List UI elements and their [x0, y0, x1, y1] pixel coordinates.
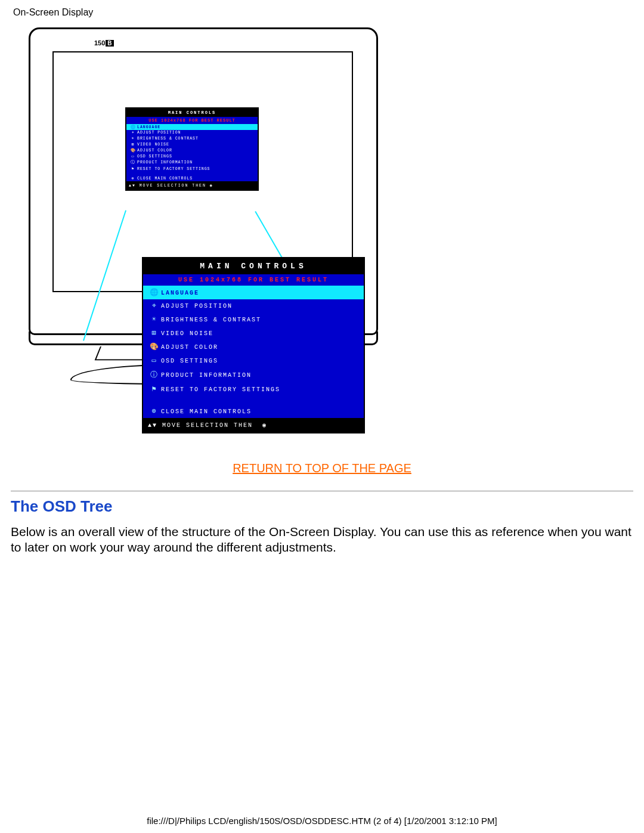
osd-resolution-hint: USE 1024x768 FOR BEST RESULT — [126, 117, 258, 124]
page-header: On-Screen Display — [13, 7, 633, 18]
monitor-model-label: 150B — [94, 39, 114, 47]
osd-resolution-hint: USE 1024x768 FOR BEST RESULT — [143, 274, 364, 286]
brightness-icon: ☀ — [129, 136, 137, 141]
position-icon: ⌖ — [129, 131, 137, 135]
flag-icon: ⚑ — [148, 385, 161, 394]
monitor-figure: 150B MAIN CONTROLS USE 1024x768 FOR BEST… — [11, 21, 392, 451]
globe-icon: 🌐 — [148, 288, 161, 297]
osd-item-product-info[interactable]: ⓘPRODUCT INFORMATION — [126, 159, 258, 166]
osd-item-adjust-color[interactable]: 🎨ADJUST COLOR — [126, 147, 258, 153]
globe-icon: 🌐 — [129, 125, 137, 129]
osd-item-language[interactable]: 🌐LANGUAGE — [126, 124, 258, 130]
close-icon: ⊗ — [129, 176, 137, 181]
osd-item-brightness-contrast[interactable]: ☀BRIGHTNESS & CONTRAST — [143, 312, 364, 326]
osd-item-adjust-color[interactable]: 🎨ADJUST COLOR — [143, 340, 364, 354]
osd-item-product-info[interactable]: ⓘPRODUCT INFORMATION — [143, 367, 364, 382]
osd-item-language[interactable]: 🌐LANGUAGE — [143, 286, 364, 299]
osd-item-brightness-contrast[interactable]: ☀BRIGHTNESS & CONTRAST — [126, 135, 258, 141]
section-body: Below is an overall view of the structur… — [11, 524, 633, 556]
brightness-icon: ☀ — [148, 315, 161, 324]
osd-title: MAIN CONTROLS — [126, 109, 258, 117]
info-icon: ⓘ — [129, 160, 137, 165]
footer-file-path: file:///D|/Philips LCD/english/150S/OSD/… — [0, 816, 644, 826]
osd-item-video-noise[interactable]: ⊞VIDEO NOISE — [126, 141, 258, 147]
osd-close[interactable]: ⊗CLOSE MAIN CONTROLS — [126, 175, 258, 181]
osd-close[interactable]: ⊗CLOSE MAIN CONTROLS — [143, 404, 364, 418]
flag-icon: ⚑ — [129, 166, 137, 171]
screen-icon: ▭ — [148, 356, 161, 365]
palette-icon: 🎨 — [129, 148, 137, 153]
updown-icon: ▲▼ — [148, 422, 157, 429]
position-icon: ⌖ — [148, 302, 161, 310]
osd-item-adjust-position[interactable]: ⌖ADJUST POSITION — [143, 299, 364, 312]
grid-icon: ⊞ — [148, 329, 161, 337]
osd-item-osd-settings[interactable]: ▭OSD SETTINGS — [143, 354, 364, 367]
osd-panel-large: MAIN CONTROLS USE 1024x768 FOR BEST RESU… — [142, 257, 365, 433]
osd-footer: ▲▼ MOVE SELECTION THEN ◉ — [126, 181, 258, 190]
ok-icon: ◉ — [210, 184, 213, 188]
screen-icon: ▭ — [129, 154, 137, 159]
close-icon: ⊗ — [148, 407, 161, 416]
model-suffix: B — [106, 40, 113, 47]
model-prefix: 150 — [94, 39, 105, 47]
palette-icon: 🎨 — [148, 342, 161, 351]
section-divider — [11, 491, 633, 491]
return-to-top-link[interactable]: RETURN TO TOP OF THE PAGE — [146, 462, 498, 475]
info-icon: ⓘ — [148, 370, 161, 380]
osd-item-video-noise[interactable]: ⊞VIDEO NOISE — [143, 326, 364, 340]
osd-footer: ▲▼ MOVE SELECTION THEN ◉ — [143, 418, 364, 432]
osd-panel-small: MAIN CONTROLS USE 1024x768 FOR BEST RESU… — [125, 107, 259, 191]
grid-icon: ⊞ — [129, 142, 137, 147]
osd-title: MAIN CONTROLS — [143, 258, 364, 274]
section-heading-osd-tree: The OSD Tree — [11, 497, 633, 516]
osd-item-osd-settings[interactable]: ▭OSD SETTINGS — [126, 153, 258, 159]
ok-icon: ◉ — [262, 422, 267, 429]
osd-item-reset[interactable]: ⚑RESET TO FACTORY SETTINGS — [126, 166, 258, 172]
updown-icon: ▲▼ — [129, 184, 136, 188]
osd-item-adjust-position[interactable]: ⌖ADJUST POSITION — [126, 130, 258, 135]
osd-item-reset[interactable]: ⚑RESET TO FACTORY SETTINGS — [143, 382, 364, 396]
